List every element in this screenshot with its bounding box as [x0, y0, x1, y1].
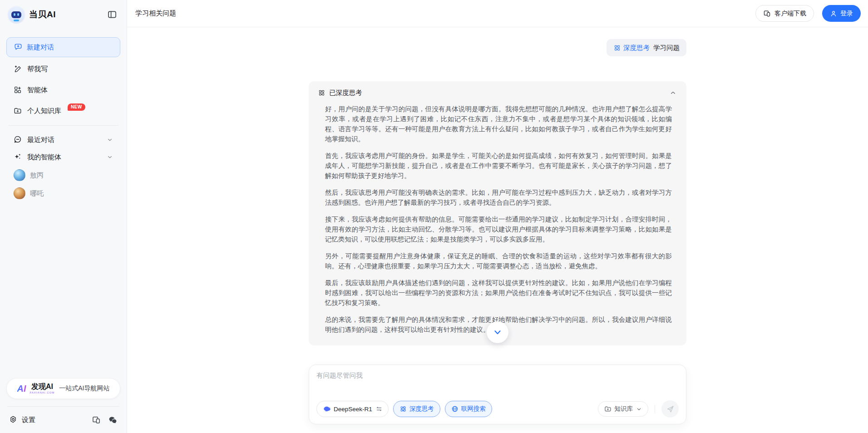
settings-button[interactable]: 设置	[9, 415, 35, 425]
atom-icon	[399, 405, 407, 413]
knowledge-chip-label: 知识库	[615, 405, 633, 413]
thinking-content: 好，用户问的是关于学习的问题，但没有具体说明是哪方面。我得先想想可能的几种情况。…	[325, 104, 672, 335]
divider	[655, 405, 655, 413]
user-message-text: 学习问题	[653, 44, 680, 52]
thinking-paragraph: 好，用户问的是关于学习的问题，但没有具体说明是哪方面。我得先想想可能的几种情况。…	[325, 104, 672, 144]
sidebar-section-recent-chats[interactable]: 最近对话	[6, 131, 120, 148]
client-download-icon	[763, 10, 771, 17]
sidebar-item-label: 帮我写	[27, 65, 48, 74]
new-chat-icon	[14, 43, 22, 52]
section-label: 最近对话	[27, 136, 54, 144]
model-selector-chip[interactable]: DeepSeek-R1	[316, 401, 389, 417]
thinking-paragraph: 另外，可能需要提醒用户注意身体健康，保证充足的睡眠、合理的饮食和适量的运动，这些…	[325, 251, 672, 271]
send-button[interactable]	[661, 400, 679, 418]
chevron-down-icon	[107, 154, 113, 160]
promo-brand-block: 发现AI FAXIANAI.COM	[30, 383, 55, 394]
wechat-icon[interactable]	[108, 415, 118, 425]
chat-bubble-icon	[14, 135, 22, 145]
top-bar: 学习相关问题 客户端下载 登录	[127, 0, 868, 27]
agent-item-nezha[interactable]: 哪吒	[6, 185, 120, 202]
folder-plus-icon	[604, 405, 612, 413]
scroll-to-bottom-button[interactable]	[487, 321, 508, 343]
sidebar-item-help-me-write[interactable]: 帮我写	[6, 60, 120, 78]
atom-icon	[318, 89, 326, 97]
deep-think-toggle-chip[interactable]: 深度思考	[393, 401, 440, 417]
sidebar-item-label: 个人知识库	[27, 107, 61, 115]
user-message-bubble: 深度思考 学习问题	[607, 39, 686, 56]
client-download-label: 客户端下载	[774, 10, 806, 18]
thinking-paragraph: 最后，我应该鼓励用户具体描述他们遇到的问题，这样我可以提供更针对性的建议。比如，…	[325, 278, 672, 308]
chevron-down-icon	[107, 137, 113, 143]
agents-grid-icon	[14, 86, 22, 94]
user-icon	[830, 10, 837, 17]
thinking-paragraph: 首先，我应该考虑用户可能的身份。如果是学生，可能关心的是如何提高成绩，如何有效复…	[325, 151, 672, 181]
conversation-title: 学习相关问题	[135, 9, 176, 18]
dangbei-robot-logo-icon	[8, 6, 25, 23]
faxian-ai-promo-banner[interactable]: AI 发现AI FAXIANAI.COM 一站式AI导航网站	[6, 378, 120, 399]
sidebar-footer: 设置	[6, 407, 120, 433]
agent-avatar	[14, 169, 25, 181]
atom-icon	[613, 44, 621, 52]
web-search-chip-label: 联网搜索	[461, 405, 486, 413]
app-title: 当贝AI	[29, 9, 56, 20]
web-search-toggle-chip[interactable]: 联网搜索	[445, 401, 492, 417]
sidebar-collapse-icon[interactable]	[106, 8, 118, 21]
sparkles-icon	[14, 153, 22, 162]
new-badge: NEW	[68, 103, 85, 111]
deepseek-whale-icon	[323, 405, 331, 413]
divider	[8, 125, 118, 126]
chevron-up-icon[interactable]	[670, 89, 676, 96]
message-input[interactable]	[316, 371, 679, 395]
thinking-paragraph: 接下来，我应该考虑如何提供有帮助的信息。可能需要给出一些通用的学习建议，比如制定…	[325, 214, 672, 244]
sidebar: 当贝AI 新建对话 帮我写	[0, 0, 127, 433]
agent-item-aobing[interactable]: 敖丙	[6, 167, 120, 184]
faxian-ai-logo-icon: AI	[17, 384, 26, 393]
main-panel: 学习相关问题 客户端下载 登录	[127, 0, 868, 433]
sidebar-section-my-agents[interactable]: 我的智能体	[6, 148, 120, 166]
gear-icon	[9, 415, 17, 425]
sidebar-item-label: 智能体	[27, 86, 48, 94]
deep-think-chip-label: 深度思考	[409, 405, 434, 413]
new-chat-label: 新建对话	[27, 43, 54, 52]
client-download-button[interactable]: 客户端下载	[755, 5, 814, 22]
login-button[interactable]: 登录	[822, 5, 861, 22]
sidebar-item-knowledge-base[interactable]: 个人知识库 NEW	[6, 102, 120, 120]
deep-think-tag-label: 深度思考	[623, 44, 650, 52]
app-window: 当贝AI 新建对话 帮我写	[0, 0, 868, 433]
promo-brand-domain: FAXIANAI.COM	[30, 391, 55, 394]
settings-label: 设置	[22, 416, 35, 424]
composer: DeepSeek-R1	[309, 364, 686, 424]
chat-area: 深度思考 学习问题 已深度思考	[127, 27, 868, 433]
agent-name: 敖丙	[30, 171, 44, 180]
section-label: 我的智能体	[27, 153, 61, 162]
thinking-panel-title: 已深度思考	[329, 89, 362, 97]
deep-thinking-panel: 已深度思考 好，用户问的是关于学习的问题，但没有具体说明是哪方面。我得先想想可能…	[309, 81, 686, 345]
pencil-write-icon	[14, 65, 22, 73]
deep-think-tag: 深度思考	[613, 44, 650, 52]
promo-brand-name: 发现AI	[31, 383, 53, 390]
globe-icon	[451, 405, 459, 413]
thinking-paragraph: 然后，我应该思考用户可能没有明确表达的需求。比如，用户可能在学习过程中感到压力大…	[325, 187, 672, 207]
login-label: 登录	[840, 10, 853, 18]
model-name: DeepSeek-R1	[334, 406, 372, 413]
new-chat-button[interactable]: 新建对话	[6, 37, 120, 57]
logo-row: 当贝AI	[6, 0, 120, 29]
folder-plus-icon	[14, 107, 22, 115]
agent-name: 哪吒	[30, 189, 44, 198]
knowledge-base-dropdown[interactable]: 知识库	[598, 401, 649, 417]
promo-tagline: 一站式AI导航网站	[59, 384, 109, 393]
devices-icon[interactable]	[92, 415, 101, 424]
model-swap-icon	[376, 406, 382, 412]
thinking-panel-header[interactable]: 已深度思考	[318, 89, 676, 97]
agent-avatar	[14, 187, 25, 199]
sidebar-item-agents[interactable]: 智能体	[6, 81, 120, 99]
chevron-down-icon	[636, 406, 642, 412]
